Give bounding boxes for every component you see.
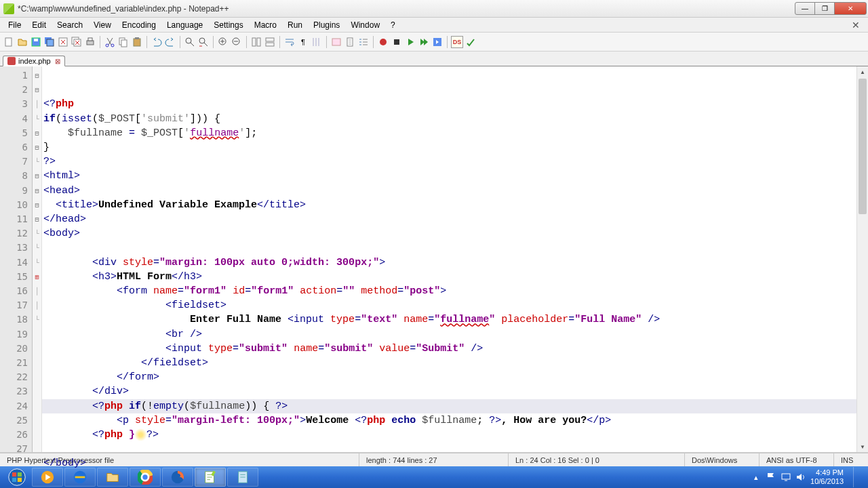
close-file-icon[interactable] — [57, 36, 69, 48]
svg-rect-32 — [12, 478, 16, 482]
svg-rect-33 — [18, 478, 22, 482]
dbg-icon[interactable]: DS — [451, 36, 463, 48]
editor: 1234567891011121314151617181920212223242… — [0, 66, 868, 453]
menu-language[interactable]: Language — [161, 19, 208, 31]
svg-rect-13 — [121, 40, 127, 47]
svg-rect-0 — [5, 38, 12, 46]
close-button[interactable]: ✕ — [834, 2, 867, 15]
menu-search[interactable]: Search — [52, 19, 88, 31]
spell-check-icon[interactable] — [465, 36, 477, 48]
svg-rect-8 — [87, 41, 94, 45]
svg-rect-31 — [18, 472, 22, 476]
window-controls: — ❐ ✕ — [795, 2, 867, 16]
indent-guide-icon[interactable] — [311, 36, 323, 48]
scroll-thumb[interactable] — [859, 79, 867, 214]
svg-rect-9 — [88, 38, 92, 41]
file-type-icon — [7, 57, 16, 65]
sync-v-icon[interactable] — [250, 36, 262, 48]
app-icon — [3, 3, 14, 14]
scroll-down-icon[interactable]: ▼ — [857, 441, 868, 452]
save-all-icon[interactable] — [43, 36, 56, 48]
tab-label: index.php — [18, 57, 51, 65]
menu-window[interactable]: Window — [345, 19, 385, 31]
svg-point-10 — [106, 44, 108, 47]
title-bar: *C:\wamp\www\undefined_variable\index.ph… — [0, 0, 868, 18]
svg-rect-14 — [134, 39, 140, 46]
menu-edit[interactable]: Edit — [26, 19, 52, 31]
tab-index-php[interactable]: index.php ⊠ — [3, 56, 65, 66]
svg-rect-2 — [34, 39, 38, 41]
menu-bar: File Edit Search View Encoding Language … — [0, 18, 868, 33]
svg-point-26 — [380, 39, 387, 45]
line-number-gutter: 1234567891011121314151617181920212223242… — [0, 66, 33, 452]
menu-view[interactable]: View — [88, 19, 117, 31]
show-all-chars-icon[interactable]: ¶ — [297, 36, 309, 48]
wrap-icon[interactable] — [283, 36, 296, 48]
vertical-scrollbar[interactable]: ▲ ▼ — [856, 66, 868, 452]
svg-rect-20 — [252, 38, 256, 46]
doc-map-icon[interactable] — [344, 36, 356, 48]
svg-rect-24 — [332, 39, 340, 45]
svg-rect-27 — [394, 39, 399, 45]
code-area[interactable]: <?php if(isset($_POST['submit'])) { $ful… — [42, 66, 856, 452]
cut-icon[interactable] — [104, 36, 116, 48]
svg-rect-4 — [47, 39, 54, 46]
toolbar: ¶ DS — [0, 33, 868, 52]
play-macro-icon[interactable] — [404, 36, 416, 48]
start-button[interactable] — [3, 467, 31, 487]
tab-close-icon[interactable]: ⊠ — [55, 58, 60, 65]
record-macro-icon[interactable] — [377, 36, 389, 48]
undo-icon[interactable] — [151, 36, 163, 48]
close-all-icon[interactable] — [71, 36, 83, 48]
menu-encoding[interactable]: Encoding — [117, 19, 161, 31]
scroll-up-icon[interactable]: ▲ — [857, 66, 868, 77]
menu-run[interactable]: Run — [282, 19, 308, 31]
zoom-in-icon[interactable] — [217, 36, 229, 48]
menu-macro[interactable]: Macro — [249, 19, 282, 31]
minimize-button[interactable]: — — [795, 2, 815, 15]
svg-point-17 — [199, 38, 205, 43]
menu-file[interactable]: File — [3, 19, 26, 31]
language-udl-icon[interactable] — [330, 36, 342, 48]
svg-rect-23 — [266, 43, 274, 46]
function-list-icon[interactable] — [357, 36, 370, 48]
save-icon[interactable] — [30, 36, 42, 48]
svg-rect-30 — [12, 472, 16, 476]
tab-bar: index.php ⊠ — [0, 52, 868, 66]
menu-settings[interactable]: Settings — [208, 19, 248, 31]
open-file-icon[interactable] — [16, 36, 28, 48]
redo-icon[interactable] — [164, 36, 176, 48]
svg-point-29 — [9, 469, 26, 486]
sync-h-icon[interactable] — [264, 36, 276, 48]
menu-plugins[interactable]: Plugins — [308, 19, 345, 31]
copy-icon[interactable] — [117, 36, 130, 48]
svg-rect-21 — [257, 38, 260, 46]
menu-close-x[interactable]: ✕ — [846, 20, 865, 30]
svg-point-16 — [186, 38, 191, 43]
svg-rect-15 — [135, 37, 139, 39]
new-file-icon[interactable] — [3, 36, 15, 48]
find-icon[interactable] — [184, 36, 196, 48]
svg-point-11 — [111, 44, 114, 47]
zoom-out-icon[interactable] — [231, 36, 243, 48]
svg-rect-22 — [266, 38, 274, 41]
print-icon[interactable] — [84, 36, 96, 48]
fold-column[interactable] — [33, 66, 42, 452]
window-title: *C:\wamp\www\undefined_variable\index.ph… — [18, 4, 795, 14]
save-macro-icon[interactable] — [431, 36, 443, 48]
maximize-button[interactable]: ❐ — [814, 2, 835, 15]
stop-macro-icon[interactable] — [391, 36, 403, 48]
play-multi-icon[interactable] — [418, 36, 430, 48]
replace-icon[interactable] — [197, 36, 210, 48]
paste-icon[interactable] — [131, 36, 143, 48]
menu-help[interactable]: ? — [385, 19, 401, 31]
